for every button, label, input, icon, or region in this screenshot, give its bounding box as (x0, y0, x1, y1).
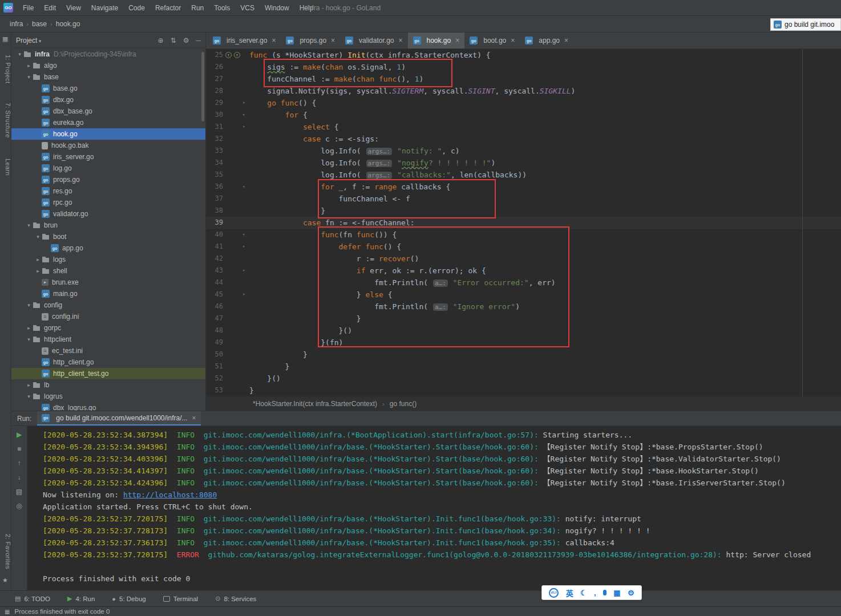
code-line-33[interactable]: 33 log.Info( args…: "notify: ", c) (206, 145, 841, 157)
code-line-30[interactable]: 30▾ for { (206, 109, 841, 121)
tab-hook-go[interactable]: hook.go× (408, 33, 465, 48)
grid-icon[interactable]: ▦ (5, 609, 10, 615)
down-icon[interactable]: ↓ (18, 473, 21, 481)
chevron-right-icon[interactable]: ▸ (25, 382, 33, 388)
menu-vcs[interactable]: VCS (235, 0, 260, 15)
tree-item-logrus[interactable]: ▾logrus (11, 391, 205, 402)
hide-icon[interactable]: ─ (196, 37, 201, 44)
code-line-29[interactable]: 29▾ go func() { (206, 97, 841, 109)
gutter-36[interactable]: 36▾ (206, 181, 247, 193)
chevron-down-icon[interactable]: ▾ (25, 337, 33, 342)
gutter-26[interactable]: 26 (206, 61, 247, 73)
code-area[interactable]: 25↑↑func (s *HookStarter) Init(ctx infra… (206, 49, 841, 396)
toolwindow-button-run[interactable]: ▶4: Run (67, 595, 95, 602)
code-line-38[interactable]: 38 } (206, 205, 841, 217)
chevron-down-icon[interactable]: ▾ (16, 51, 23, 57)
tab-validator-go[interactable]: validator.go× (340, 33, 407, 48)
gutter-44[interactable]: 44 (206, 277, 247, 289)
menu-navigate[interactable]: Navigate (86, 0, 123, 15)
gutter-40[interactable]: 40▾ (206, 229, 247, 241)
menu-file[interactable]: File (18, 0, 39, 15)
close-icon[interactable]: × (399, 37, 403, 44)
settings-icon[interactable]: ⚙ (183, 37, 189, 44)
close-icon[interactable]: × (192, 414, 196, 422)
code-line-53[interactable]: 53} (206, 384, 841, 396)
chevron-right-icon[interactable]: ▸ (34, 257, 42, 262)
code-line-26[interactable]: 26 sigs := make(chan os.Signal, 1) (206, 61, 841, 73)
close-icon[interactable]: × (564, 37, 568, 44)
code-line-39[interactable]: 39 case fn := <-funcChannel: (206, 217, 841, 229)
tree-item-base[interactable]: ▾base (11, 71, 205, 83)
gutter-38[interactable]: 38 (206, 205, 247, 217)
code-line-36[interactable]: 36▾ for _, f := range callbacks { (206, 181, 841, 193)
tab-boot-go[interactable]: boot.go× (464, 33, 520, 48)
tree-item-app-go[interactable]: app.go (11, 242, 205, 254)
gutter-47[interactable]: 47 (206, 313, 247, 325)
code-line-27[interactable]: 27 funcChannel := make(chan func(), 1) (206, 73, 841, 85)
locate-icon[interactable]: ⊕ (158, 37, 164, 44)
tree-item-algo[interactable]: ▸algo (11, 60, 205, 71)
gutter-35[interactable]: 35 (206, 169, 247, 181)
code-line-35[interactable]: 35 log.Info( args…: "callbacks:", len(ca… (206, 169, 841, 181)
tree-item-gorpc[interactable]: ▸gorpc (11, 322, 205, 334)
code-line-40[interactable]: 40▾ func(fn func()) { (206, 229, 841, 241)
tree-item-brun-exe[interactable]: brun.exe (11, 277, 205, 288)
menu-run[interactable]: Run (186, 0, 209, 15)
toolwindow-button-terminal[interactable]: Terminal (163, 595, 198, 602)
code-line-37[interactable]: 37 funcChannel <- f (206, 193, 841, 205)
editor-breadcrumb-method[interactable]: *HookStarter.Init(ctx infra.StarterConte… (253, 400, 377, 408)
gutter-37[interactable]: 37 (206, 193, 247, 205)
tree-item-logs[interactable]: ▸logs (11, 254, 205, 265)
chevron-down-icon[interactable]: ▾ (25, 394, 33, 399)
menu-window[interactable]: Window (260, 0, 294, 15)
fold-icon[interactable]: ▾ (242, 109, 245, 121)
settings-icon[interactable]: ⚙ (628, 589, 634, 597)
code-line-34[interactable]: 34 log.Info( args…: "nogify? ! ! ! ! ! !… (206, 157, 841, 169)
tree-item-hook-go[interactable]: hook.go (11, 128, 205, 140)
collapse-all-icon[interactable]: ⇅ (171, 37, 176, 44)
tree-item-base-go[interactable]: base.go (11, 83, 205, 94)
stripe-project[interactable]: 1: Project (0, 47, 11, 91)
tree-item-boot[interactable]: ▾boot (11, 231, 205, 242)
menu-view[interactable]: View (61, 0, 86, 15)
ifly-logo-icon[interactable]: iFLY (549, 588, 559, 598)
gutter-52[interactable]: 52 (206, 372, 247, 384)
gutter-50[interactable]: 50 (206, 348, 247, 360)
stop-icon[interactable]: ■ (17, 445, 21, 453)
run-tab[interactable]: go build git.imooc.com/wendell1000/infra… (37, 411, 200, 425)
gutter-34[interactable]: 34 (206, 157, 247, 169)
fold-icon[interactable]: ▾ (242, 97, 245, 109)
menu-code[interactable]: Code (123, 0, 150, 15)
tree-item-http-client-test-go[interactable]: http_client_test.go (11, 368, 205, 379)
keyboard-icon[interactable]: ▦ (613, 589, 620, 597)
chevron-right-icon[interactable]: ▸ (34, 268, 42, 274)
project-panel-title[interactable]: Project (16, 37, 41, 44)
code-line-48[interactable]: 48 }() (206, 325, 841, 337)
gutter-53[interactable]: 53 (206, 384, 247, 396)
chevron-down-icon[interactable]: ▾ (25, 74, 33, 80)
tree-item-lb[interactable]: ▸lb (11, 379, 205, 391)
menu-refactor[interactable]: Refactor (150, 0, 186, 15)
fold-icon[interactable]: ▾ (242, 229, 245, 241)
gutter-31[interactable]: 31▾ (206, 121, 247, 133)
gutter-45[interactable]: 45▾ (206, 289, 247, 301)
tree-item-ec-test-ini[interactable]: ec_test.ini (11, 345, 205, 356)
stripe-structure[interactable]: 7: Structure (0, 96, 11, 144)
tree-item-dbx-go[interactable]: dbx.go (11, 94, 205, 106)
close-icon[interactable]: × (455, 37, 459, 44)
tree-item-config[interactable]: ▾config (11, 299, 205, 311)
rerun-icon[interactable]: ▶ (17, 431, 22, 439)
toolwindow-button-services[interactable]: ⊙8: Services (215, 595, 256, 602)
gutter-41[interactable]: 41▾ (206, 241, 247, 253)
chevron-down-icon[interactable]: ▾ (34, 234, 42, 240)
code-line-47[interactable]: 47 } (206, 313, 841, 325)
tree-item-shell[interactable]: ▸shell (11, 265, 205, 277)
implement-marker-icon[interactable]: ↑ (234, 52, 240, 58)
gutter-48[interactable]: 48 (206, 325, 247, 337)
tree-item-hook-go-bak[interactable]: hook.go.bak (11, 140, 205, 151)
tree-item-res-go[interactable]: res.go (11, 185, 205, 197)
mic-icon[interactable] (603, 590, 607, 595)
code-line-25[interactable]: 25↑↑func (s *HookStarter) Init(ctx infra… (206, 49, 841, 61)
code-line-44[interactable]: 44 fmt.Println( a…: "Error occurred:", e… (206, 277, 841, 289)
menu-edit[interactable]: Edit (39, 0, 61, 15)
